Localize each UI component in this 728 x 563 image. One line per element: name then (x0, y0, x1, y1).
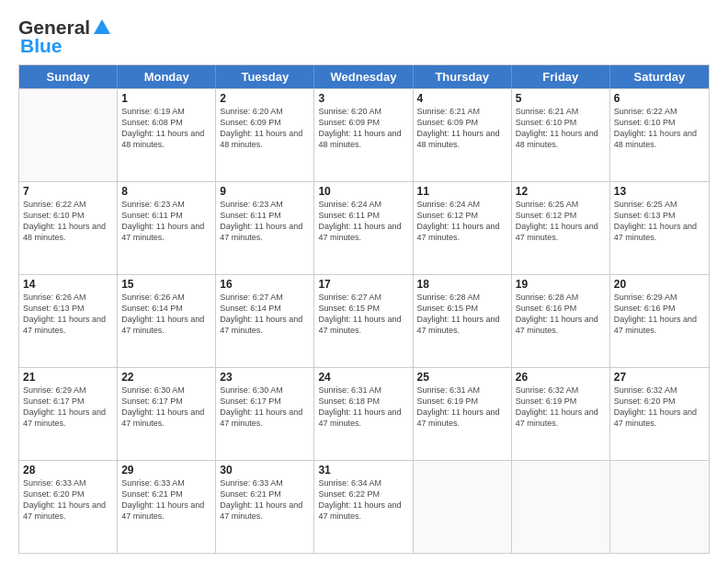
calendar-cell: 25Sunrise: 6:31 AMSunset: 6:19 PMDayligh… (414, 368, 512, 460)
calendar-cell: 8Sunrise: 6:23 AMSunset: 6:11 PMDaylight… (118, 182, 216, 274)
day-number: 24 (318, 371, 408, 384)
day-number: 28 (23, 464, 113, 477)
day-info: Sunrise: 6:33 AMSunset: 6:21 PMDaylight:… (220, 477, 310, 523)
day-number: 2 (220, 92, 310, 105)
calendar-cell: 28Sunrise: 6:33 AMSunset: 6:20 PMDayligh… (19, 461, 118, 553)
day-info: Sunrise: 6:22 AMSunset: 6:10 PMDaylight:… (614, 106, 705, 151)
day-number: 10 (318, 185, 408, 198)
day-number: 11 (417, 185, 507, 198)
calendar-cell: 24Sunrise: 6:31 AMSunset: 6:18 PMDayligh… (314, 368, 413, 460)
day-number: 17 (318, 278, 408, 291)
calendar-cell: 12Sunrise: 6:25 AMSunset: 6:12 PMDayligh… (512, 182, 610, 274)
day-info: Sunrise: 6:29 AMSunset: 6:17 PMDaylight:… (23, 385, 113, 430)
header: General Blue (18, 17, 710, 57)
calendar-cell: 20Sunrise: 6:29 AMSunset: 6:16 PMDayligh… (610, 275, 709, 367)
calendar-cell: 6Sunrise: 6:22 AMSunset: 6:10 PMDaylight… (610, 89, 709, 181)
weekday-header: Wednesday (314, 65, 413, 88)
calendar-cell: 16Sunrise: 6:27 AMSunset: 6:14 PMDayligh… (216, 275, 314, 367)
day-info: Sunrise: 6:27 AMSunset: 6:15 PMDaylight:… (318, 292, 408, 337)
logo-blue: Blue (20, 35, 63, 57)
day-number: 13 (614, 185, 705, 198)
day-number: 14 (23, 278, 113, 291)
day-number: 29 (121, 464, 211, 477)
calendar-cell: 23Sunrise: 6:30 AMSunset: 6:17 PMDayligh… (216, 368, 314, 460)
day-info: Sunrise: 6:34 AMSunset: 6:22 PMDaylight:… (318, 477, 408, 523)
day-number: 15 (121, 278, 211, 291)
day-info: Sunrise: 6:20 AMSunset: 6:09 PMDaylight:… (220, 106, 310, 151)
day-info: Sunrise: 6:26 AMSunset: 6:13 PMDaylight:… (23, 292, 113, 337)
calendar-row: 1Sunrise: 6:19 AMSunset: 6:08 PMDaylight… (19, 88, 709, 181)
day-number: 4 (417, 92, 507, 105)
day-number: 8 (121, 185, 211, 198)
day-info: Sunrise: 6:23 AMSunset: 6:11 PMDaylight:… (121, 199, 211, 244)
day-info: Sunrise: 6:20 AMSunset: 6:09 PMDaylight:… (318, 106, 408, 151)
day-number: 27 (614, 371, 705, 384)
weekday-header: Tuesday (216, 65, 314, 88)
day-info: Sunrise: 6:26 AMSunset: 6:14 PMDaylight:… (121, 292, 211, 337)
page: General Blue SundayMondayTuesdayWednesda… (0, 0, 728, 563)
calendar-cell: 26Sunrise: 6:32 AMSunset: 6:19 PMDayligh… (512, 368, 610, 460)
day-number: 18 (417, 278, 507, 291)
day-info: Sunrise: 6:32 AMSunset: 6:20 PMDaylight:… (614, 385, 705, 430)
calendar-row: 14Sunrise: 6:26 AMSunset: 6:13 PMDayligh… (19, 274, 709, 367)
day-number: 22 (121, 371, 211, 384)
day-number: 19 (516, 278, 606, 291)
day-info: Sunrise: 6:19 AMSunset: 6:08 PMDaylight:… (121, 106, 211, 151)
logo-icon (92, 17, 112, 38)
day-number: 1 (121, 92, 211, 105)
calendar-cell: 17Sunrise: 6:27 AMSunset: 6:15 PMDayligh… (314, 275, 413, 367)
weekday-header: Sunday (19, 65, 118, 88)
day-number: 30 (220, 464, 310, 477)
calendar-row: 21Sunrise: 6:29 AMSunset: 6:17 PMDayligh… (19, 367, 709, 460)
calendar-cell: 3Sunrise: 6:20 AMSunset: 6:09 PMDaylight… (314, 89, 413, 181)
day-number: 20 (614, 278, 705, 291)
calendar-cell: 11Sunrise: 6:24 AMSunset: 6:12 PMDayligh… (414, 182, 512, 274)
day-number: 7 (23, 185, 113, 198)
day-info: Sunrise: 6:24 AMSunset: 6:12 PMDaylight:… (417, 199, 507, 244)
day-info: Sunrise: 6:21 AMSunset: 6:10 PMDaylight:… (516, 106, 606, 151)
day-info: Sunrise: 6:31 AMSunset: 6:19 PMDaylight:… (417, 385, 507, 430)
day-info: Sunrise: 6:24 AMSunset: 6:11 PMDaylight:… (318, 199, 408, 244)
calendar-cell: 1Sunrise: 6:19 AMSunset: 6:08 PMDaylight… (118, 89, 216, 181)
logo: General Blue (18, 17, 112, 57)
calendar-cell: 10Sunrise: 6:24 AMSunset: 6:11 PMDayligh… (314, 182, 413, 274)
weekday-header: Friday (512, 65, 610, 88)
calendar-cell: 13Sunrise: 6:25 AMSunset: 6:13 PMDayligh… (610, 182, 709, 274)
svg-marker-0 (94, 19, 110, 34)
calendar-cell: 9Sunrise: 6:23 AMSunset: 6:11 PMDaylight… (216, 182, 314, 274)
calendar: SundayMondayTuesdayWednesdayThursdayFrid… (18, 64, 710, 554)
day-number: 31 (318, 464, 408, 477)
calendar-cell: 4Sunrise: 6:21 AMSunset: 6:09 PMDaylight… (414, 89, 512, 181)
calendar-cell (610, 461, 709, 553)
calendar-cell: 7Sunrise: 6:22 AMSunset: 6:10 PMDaylight… (19, 182, 118, 274)
calendar-row: 28Sunrise: 6:33 AMSunset: 6:20 PMDayligh… (19, 460, 709, 553)
calendar-cell: 22Sunrise: 6:30 AMSunset: 6:17 PMDayligh… (118, 368, 216, 460)
day-number: 25 (417, 371, 507, 384)
calendar-cell: 15Sunrise: 6:26 AMSunset: 6:14 PMDayligh… (118, 275, 216, 367)
day-info: Sunrise: 6:25 AMSunset: 6:13 PMDaylight:… (614, 199, 705, 244)
day-number: 26 (516, 371, 606, 384)
day-info: Sunrise: 6:27 AMSunset: 6:14 PMDaylight:… (220, 292, 310, 337)
calendar-cell: 2Sunrise: 6:20 AMSunset: 6:09 PMDaylight… (216, 89, 314, 181)
day-info: Sunrise: 6:31 AMSunset: 6:18 PMDaylight:… (318, 385, 408, 430)
day-info: Sunrise: 6:28 AMSunset: 6:16 PMDaylight:… (516, 292, 606, 337)
day-number: 5 (516, 92, 606, 105)
day-number: 12 (516, 185, 606, 198)
day-info: Sunrise: 6:33 AMSunset: 6:21 PMDaylight:… (121, 477, 211, 523)
day-info: Sunrise: 6:23 AMSunset: 6:11 PMDaylight:… (220, 199, 310, 244)
day-info: Sunrise: 6:25 AMSunset: 6:12 PMDaylight:… (516, 199, 606, 244)
day-info: Sunrise: 6:29 AMSunset: 6:16 PMDaylight:… (614, 292, 705, 337)
day-info: Sunrise: 6:22 AMSunset: 6:10 PMDaylight:… (23, 199, 113, 244)
calendar-cell (414, 461, 512, 553)
day-number: 3 (318, 92, 408, 105)
calendar-cell: 31Sunrise: 6:34 AMSunset: 6:22 PMDayligh… (314, 461, 413, 553)
calendar-cell: 30Sunrise: 6:33 AMSunset: 6:21 PMDayligh… (216, 461, 314, 553)
day-number: 21 (23, 371, 113, 384)
calendar-cell: 19Sunrise: 6:28 AMSunset: 6:16 PMDayligh… (512, 275, 610, 367)
day-number: 23 (220, 371, 310, 384)
day-info: Sunrise: 6:30 AMSunset: 6:17 PMDaylight:… (121, 385, 211, 430)
calendar-cell: 27Sunrise: 6:32 AMSunset: 6:20 PMDayligh… (610, 368, 709, 460)
calendar-cell (512, 461, 610, 553)
day-number: 6 (614, 92, 705, 105)
calendar-row: 7Sunrise: 6:22 AMSunset: 6:10 PMDaylight… (19, 181, 709, 274)
